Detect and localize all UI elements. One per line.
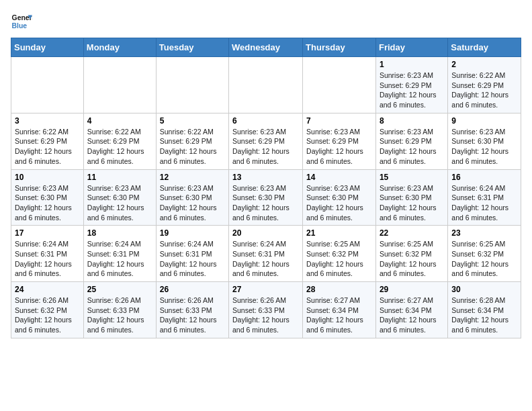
day-info: Sunrise: 6:24 AMSunset: 6:31 PMDaylight:…	[232, 239, 299, 279]
calendar-cell: 23Sunrise: 6:25 AMSunset: 6:32 PMDayligh…	[448, 226, 521, 282]
day-info: Sunrise: 6:27 AMSunset: 6:34 PMDaylight:…	[306, 295, 372, 335]
calendar-week-3: 10Sunrise: 6:23 AMSunset: 6:30 PMDayligh…	[11, 169, 521, 226]
calendar-cell: 21Sunrise: 6:25 AMSunset: 6:32 PMDayligh…	[303, 226, 376, 282]
calendar-cell	[303, 57, 376, 113]
day-info: Sunrise: 6:22 AMSunset: 6:29 PMDaylight:…	[87, 127, 152, 167]
day-number: 1	[380, 60, 444, 69]
day-number: 5	[160, 116, 225, 126]
day-number: 20	[232, 228, 299, 238]
day-number: 14	[306, 173, 372, 182]
day-info: Sunrise: 6:22 AMSunset: 6:29 PMDaylight:…	[451, 71, 517, 110]
day-info: Sunrise: 6:26 AMSunset: 6:33 PMDaylight:…	[87, 295, 152, 335]
day-info: Sunrise: 6:23 AMSunset: 6:30 PMDaylight:…	[232, 183, 299, 223]
day-info: Sunrise: 6:25 AMSunset: 6:32 PMDaylight:…	[451, 239, 517, 279]
calendar-week-2: 3Sunrise: 6:22 AMSunset: 6:29 PMDaylight…	[11, 113, 521, 169]
calendar-cell: 7Sunrise: 6:23 AMSunset: 6:29 PMDaylight…	[303, 113, 376, 169]
day-number: 9	[451, 116, 517, 126]
day-number: 16	[451, 173, 517, 182]
day-info: Sunrise: 6:27 AMSunset: 6:34 PMDaylight:…	[380, 295, 444, 335]
day-number: 30	[451, 285, 517, 294]
weekday-header-monday: Monday	[83, 38, 156, 57]
day-info: Sunrise: 6:23 AMSunset: 6:30 PMDaylight:…	[87, 183, 152, 223]
calendar-cell: 17Sunrise: 6:24 AMSunset: 6:31 PMDayligh…	[11, 226, 84, 282]
calendar-cell: 30Sunrise: 6:28 AMSunset: 6:34 PMDayligh…	[448, 282, 521, 338]
day-info: Sunrise: 6:26 AMSunset: 6:33 PMDaylight:…	[160, 295, 225, 335]
calendar-cell: 2Sunrise: 6:22 AMSunset: 6:29 PMDaylight…	[448, 57, 521, 113]
day-number: 11	[87, 173, 152, 182]
calendar-cell: 9Sunrise: 6:23 AMSunset: 6:30 PMDaylight…	[448, 113, 521, 169]
calendar-cell: 19Sunrise: 6:24 AMSunset: 6:31 PMDayligh…	[156, 226, 228, 282]
calendar-cell: 14Sunrise: 6:23 AMSunset: 6:30 PMDayligh…	[303, 169, 376, 226]
day-number: 27	[232, 285, 299, 294]
weekday-header-thursday: Thursday	[303, 38, 376, 57]
weekday-header-friday: Friday	[375, 38, 447, 57]
calendar-cell: 16Sunrise: 6:24 AMSunset: 6:31 PMDayligh…	[448, 169, 521, 226]
day-info: Sunrise: 6:28 AMSunset: 6:34 PMDaylight:…	[451, 295, 517, 335]
calendar-cell: 18Sunrise: 6:24 AMSunset: 6:31 PMDayligh…	[83, 226, 156, 282]
day-info: Sunrise: 6:24 AMSunset: 6:31 PMDaylight:…	[87, 239, 152, 279]
calendar-cell: 8Sunrise: 6:23 AMSunset: 6:29 PMDaylight…	[375, 113, 447, 169]
day-info: Sunrise: 6:25 AMSunset: 6:32 PMDaylight:…	[306, 239, 372, 279]
day-info: Sunrise: 6:23 AMSunset: 6:29 PMDaylight:…	[232, 127, 299, 167]
svg-text:Blue: Blue	[12, 22, 28, 30]
calendar-cell: 20Sunrise: 6:24 AMSunset: 6:31 PMDayligh…	[229, 226, 303, 282]
calendar-week-1: 1Sunrise: 6:23 AMSunset: 6:29 PMDaylight…	[11, 57, 521, 113]
day-number: 18	[87, 228, 152, 238]
day-info: Sunrise: 6:26 AMSunset: 6:33 PMDaylight:…	[232, 295, 299, 335]
day-info: Sunrise: 6:24 AMSunset: 6:31 PMDaylight:…	[451, 183, 517, 223]
day-number: 24	[15, 285, 80, 294]
day-info: Sunrise: 6:22 AMSunset: 6:29 PMDaylight:…	[160, 127, 225, 167]
calendar-cell: 29Sunrise: 6:27 AMSunset: 6:34 PMDayligh…	[375, 282, 447, 338]
day-info: Sunrise: 6:23 AMSunset: 6:30 PMDaylight:…	[380, 183, 444, 223]
day-info: Sunrise: 6:24 AMSunset: 6:31 PMDaylight:…	[160, 239, 225, 279]
day-info: Sunrise: 6:23 AMSunset: 6:29 PMDaylight:…	[380, 127, 444, 167]
calendar-cell	[156, 57, 228, 113]
page-header: General Blue	[11, 11, 521, 32]
weekday-header-tuesday: Tuesday	[156, 38, 228, 57]
day-number: 22	[380, 228, 444, 238]
weekday-header-saturday: Saturday	[448, 38, 521, 57]
day-info: Sunrise: 6:23 AMSunset: 6:30 PMDaylight:…	[15, 183, 80, 223]
calendar-cell: 4Sunrise: 6:22 AMSunset: 6:29 PMDaylight…	[83, 113, 156, 169]
day-info: Sunrise: 6:23 AMSunset: 6:30 PMDaylight:…	[306, 183, 372, 223]
calendar-cell: 13Sunrise: 6:23 AMSunset: 6:30 PMDayligh…	[229, 169, 303, 226]
calendar-cell	[83, 57, 156, 113]
calendar-cell: 12Sunrise: 6:23 AMSunset: 6:30 PMDayligh…	[156, 169, 228, 226]
day-number: 3	[15, 116, 80, 126]
day-number: 19	[160, 228, 225, 238]
day-info: Sunrise: 6:23 AMSunset: 6:29 PMDaylight:…	[380, 71, 444, 110]
day-info: Sunrise: 6:24 AMSunset: 6:31 PMDaylight:…	[15, 239, 80, 279]
calendar-cell: 6Sunrise: 6:23 AMSunset: 6:29 PMDaylight…	[229, 113, 303, 169]
calendar-cell: 24Sunrise: 6:26 AMSunset: 6:32 PMDayligh…	[11, 282, 84, 338]
day-number: 2	[451, 60, 517, 69]
day-number: 21	[306, 228, 372, 238]
calendar-cell: 27Sunrise: 6:26 AMSunset: 6:33 PMDayligh…	[229, 282, 303, 338]
day-number: 23	[451, 228, 517, 238]
day-number: 12	[160, 173, 225, 182]
day-info: Sunrise: 6:23 AMSunset: 6:29 PMDaylight:…	[306, 127, 372, 167]
calendar-cell	[11, 57, 84, 113]
day-info: Sunrise: 6:22 AMSunset: 6:29 PMDaylight:…	[15, 127, 80, 167]
calendar-cell: 3Sunrise: 6:22 AMSunset: 6:29 PMDaylight…	[11, 113, 84, 169]
calendar-cell: 5Sunrise: 6:22 AMSunset: 6:29 PMDaylight…	[156, 113, 228, 169]
calendar-week-4: 17Sunrise: 6:24 AMSunset: 6:31 PMDayligh…	[11, 226, 521, 282]
logo: General Blue	[11, 11, 32, 32]
calendar-cell: 26Sunrise: 6:26 AMSunset: 6:33 PMDayligh…	[156, 282, 228, 338]
calendar-table: SundayMondayTuesdayWednesdayThursdayFrid…	[11, 38, 521, 338]
calendar-cell: 15Sunrise: 6:23 AMSunset: 6:30 PMDayligh…	[375, 169, 447, 226]
logo-icon: General Blue	[11, 11, 32, 32]
day-number: 28	[306, 285, 372, 294]
day-number: 7	[306, 116, 372, 126]
weekday-header-wednesday: Wednesday	[229, 38, 303, 57]
day-info: Sunrise: 6:23 AMSunset: 6:30 PMDaylight:…	[451, 127, 517, 167]
calendar-cell: 1Sunrise: 6:23 AMSunset: 6:29 PMDaylight…	[375, 57, 447, 113]
day-info: Sunrise: 6:25 AMSunset: 6:32 PMDaylight:…	[380, 239, 444, 279]
day-number: 4	[87, 116, 152, 126]
day-number: 10	[15, 173, 80, 182]
day-info: Sunrise: 6:26 AMSunset: 6:32 PMDaylight:…	[15, 295, 80, 335]
day-number: 8	[380, 116, 444, 126]
calendar-week-5: 24Sunrise: 6:26 AMSunset: 6:32 PMDayligh…	[11, 282, 521, 338]
calendar-header-row: SundayMondayTuesdayWednesdayThursdayFrid…	[11, 38, 521, 57]
calendar-cell: 25Sunrise: 6:26 AMSunset: 6:33 PMDayligh…	[83, 282, 156, 338]
day-number: 26	[160, 285, 225, 294]
